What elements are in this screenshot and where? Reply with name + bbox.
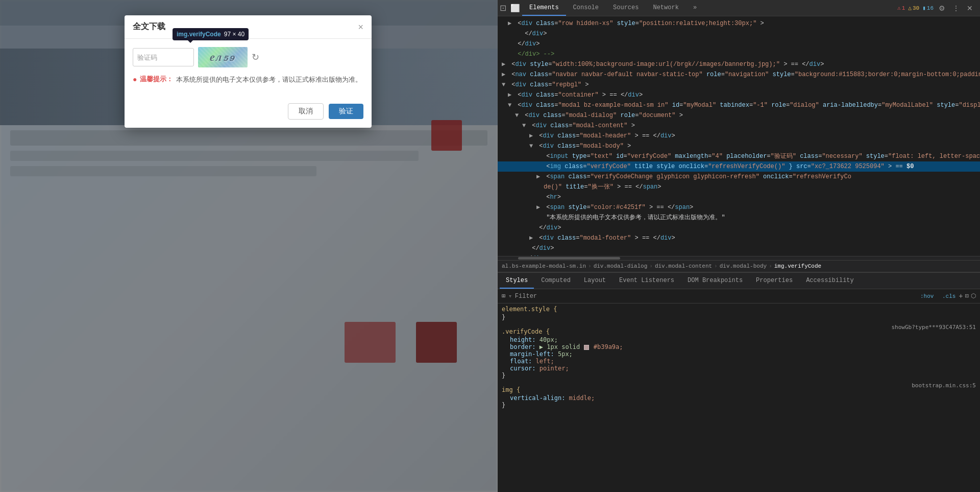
collapsed-arrow[interactable]: ▶ (502, 60, 507, 69)
dom-line[interactable]: ▼ <div class="modal bz-example-modal-sm … (498, 100, 980, 110)
collapsed-arrow[interactable]: ▶ (536, 172, 542, 181)
filter-cls[interactable]: .cls (939, 293, 955, 299)
tab-event-listeners[interactable]: Event Listeners (613, 273, 680, 289)
dom-line[interactable]: ▶ <span style="color:#c4251f" > == </spa… (498, 202, 980, 213)
dom-line[interactable]: ▶ "本系统所提供的电子文本仅供参考，请以正式标准出版物为准。" (498, 213, 980, 223)
tab-dom-breakpoints[interactable]: DOM Breakpoints (681, 273, 749, 289)
verify-button[interactable]: 验证 (329, 104, 363, 119)
dom-line[interactable]: de()" title="换一张" > == </span> (498, 182, 980, 192)
tab-elements[interactable]: Elements (522, 0, 566, 16)
verify-code-input[interactable] (133, 48, 194, 66)
dom-line[interactable]: ▶ </div> (498, 39, 980, 49)
collapsed-arrow[interactable]: ▶ (502, 70, 507, 79)
warning-row: ● 温馨提示： 本系统所提供的电子文本仅供参考，请以正式标准出版物为准。 (133, 75, 363, 85)
dom-tree[interactable]: ▶ <div class="row hidden-xs" style="posi… (498, 16, 980, 256)
tab-accessibility[interactable]: Accessibility (800, 273, 860, 289)
color-format-icon[interactable]: ⬡ (971, 292, 976, 300)
dom-line[interactable]: ▶ </div> (498, 223, 980, 233)
tab-more[interactable]: » (686, 0, 704, 16)
styles-content[interactable]: element.style { } .verifyCode { showGb?t… (498, 303, 980, 492)
tooltip-dims: 97 × 40 (224, 31, 244, 38)
dom-line[interactable]: ▶ </div> (498, 243, 980, 253)
add-style-icon[interactable]: + (959, 292, 963, 300)
collapsed-arrow[interactable]: ▶ (529, 233, 534, 243)
devtools-device-icon[interactable]: ⬜ (508, 3, 522, 14)
devtools-content: ▶ <div class="row hidden-xs" style="posi… (498, 16, 980, 492)
expand-arrow[interactable]: ▼ (515, 111, 520, 120)
collapsed-arrow[interactable]: ▶ (529, 131, 534, 140)
error-count: 1 (902, 5, 905, 11)
expand-arrow[interactable]: ▼ (508, 101, 513, 110)
element-style-close: } (502, 314, 976, 321)
dom-line[interactable]: ▶ </div> (498, 29, 980, 39)
cancel-button[interactable]: 取消 (288, 103, 324, 120)
tab-styles[interactable]: Styles (500, 273, 534, 289)
warning-icon: ● (133, 75, 137, 83)
dom-line[interactable]: ▶ <div class="container" > == </div> (498, 90, 980, 100)
filter-pseudo[interactable]: :hov (920, 293, 934, 299)
filter-right-icons: + ⊡ ⬡ (959, 292, 976, 300)
dom-line[interactable]: ▼ <div class="modal-content" > (498, 121, 980, 131)
devtools-more-icon[interactable]: ⋮ (950, 3, 962, 13)
devtools-settings-icon[interactable]: ⚙ (937, 3, 947, 13)
devtools-inspect-icon[interactable]: ⊡ (498, 2, 508, 14)
breadcrumb-item[interactable]: div.modal-body (720, 263, 767, 269)
collapsed-arrow[interactable]: ▶ (536, 203, 542, 212)
devtools-topbar: ⊡ ⬜ Elements Console Sources Network » ⚠… (498, 0, 980, 16)
css-prop-line: vertical-align: middle; (502, 394, 976, 402)
tab-console[interactable]: Console (566, 0, 606, 16)
verify-refresh-button[interactable]: ↻ (252, 52, 259, 63)
warning-text: 本系统所提供的电子文本仅供参考，请以正式标准出版物为准。 (176, 75, 362, 85)
css-block-img: img { bootstrap.min.css:5 vertical-align… (502, 382, 976, 409)
error-badge: ⚠ 1 (897, 5, 905, 11)
dom-line[interactable]: ▶ <div class="modal-header" > == </div> (498, 131, 980, 141)
dom-line[interactable]: ▼ <div class="modal-dialog" role="docume… (498, 110, 980, 121)
dom-line[interactable]: ▶ <span class="verifyCodeChange glyphico… (498, 172, 980, 182)
dom-line[interactable]: ▶ <div class="row hidden-xs" style="posi… (498, 18, 980, 29)
css-source-link[interactable]: showGb?type***93C47A53:51 (891, 324, 976, 336)
filter-label: Filter (515, 293, 537, 300)
css-source-link-bootstrap[interactable]: bootstrap.min.css:5 (912, 382, 976, 394)
expand-arrow[interactable]: ▶ (508, 19, 513, 28)
breadcrumb-item[interactable]: div.modal-content (655, 263, 712, 269)
tab-computed[interactable]: Computed (535, 273, 577, 289)
breadcrumb-item-active[interactable]: img.verifyCode (774, 263, 821, 269)
dom-line[interactable]: ▶ <div class="modal-footer" > == </div> (498, 233, 980, 243)
element-style-selector: element.style { (502, 306, 976, 313)
verify-code-image[interactable]: ел₅₉ (198, 47, 248, 67)
css-close-line: } (502, 402, 976, 409)
new-rule-icon[interactable]: ⊡ (965, 292, 969, 300)
filter-bar: ⊞ ▿ Filter :hov .cls + ⊡ ⬡ (498, 289, 980, 303)
modal-close-button[interactable]: × (358, 22, 363, 32)
dom-tree-horizontal-scrollbar[interactable] (498, 256, 980, 260)
css-prop-line: border: ▶ 1px solid #b39a9a; (502, 343, 976, 350)
tab-network[interactable]: Network (646, 0, 685, 16)
dom-line[interactable]: ▶ <div style="width:100%;background-imag… (498, 59, 980, 69)
devtools-close-icon[interactable]: ✕ (965, 3, 975, 13)
tab-layout[interactable]: Layout (578, 273, 612, 289)
tab-properties[interactable]: Properties (750, 273, 799, 289)
dom-line[interactable]: ▶ </div> --> (498, 49, 980, 59)
modal-footer: 取消 验证 (125, 98, 372, 128)
css-prop-line: height: 40px; (502, 336, 976, 343)
css-prop-line: cursor: pointer; (502, 365, 976, 372)
css-selector-line: .verifyCode { showGb?type***93C47A53:51 (502, 324, 976, 336)
expand-arrow[interactable]: ▼ (502, 80, 507, 89)
bottom-panel: Styles Computed Layout Event Listeners D… (498, 272, 980, 492)
filter-icon: ⊞ (502, 292, 505, 300)
dom-line[interactable]: ▼ <div class="repbgl" > (498, 80, 980, 90)
warn-badge: △ 30 (908, 5, 919, 11)
expand-arrow[interactable]: ▼ (522, 121, 527, 130)
expand-arrow[interactable]: ▼ (529, 142, 534, 151)
css-selector-line: img { bootstrap.min.css:5 (502, 382, 976, 394)
dom-line[interactable]: ▼ <div class="modal-body" > (498, 141, 980, 151)
breadcrumb-item[interactable]: div.modal-dialog (594, 263, 648, 269)
dom-line-selected[interactable]: ▶ <img class="verifyCode" title style on… (498, 161, 980, 172)
dom-line[interactable]: ▶ <hr> (498, 192, 980, 202)
dom-line[interactable]: ▶ <nav class="navbar navbar-default navb… (498, 69, 980, 80)
collapsed-arrow[interactable]: ▶ (508, 90, 513, 100)
tab-sources[interactable]: Sources (606, 0, 646, 16)
dom-line[interactable]: ▶ <input type="text" id="verifyCode" max… (498, 151, 980, 161)
scrollbar-thumb[interactable] (518, 257, 620, 260)
breadcrumb-item[interactable]: al.bs-example-modal-sm.in (502, 263, 586, 269)
